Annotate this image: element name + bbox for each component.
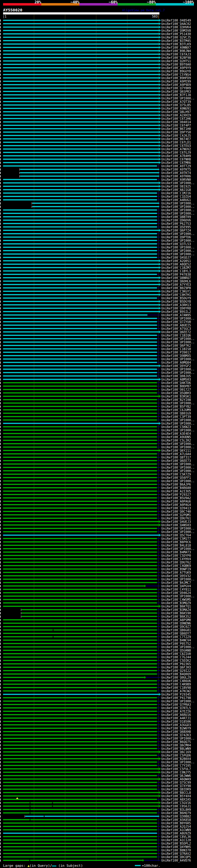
row-left-tick	[0, 226, 1, 228]
hit-label: UniRef100_UPI000..	[161, 578, 195, 581]
hit-label: UniRef100_B5DGY8	[161, 300, 191, 303]
hit-label: UniRef100_UPI000..	[161, 246, 195, 249]
alignment-bar	[3, 189, 159, 190]
row-left-tick	[0, 351, 1, 353]
hit-row: UniRef100_C1DZU4	[0, 195, 197, 198]
alignment-bar	[3, 640, 157, 641]
row-left-tick	[0, 849, 1, 851]
row-left-tick	[0, 724, 1, 726]
row-left-tick	[0, 727, 1, 730]
subject-extends-arrow-icon	[159, 137, 161, 140]
alignment-bar	[3, 582, 157, 583]
alignment-bar	[3, 778, 159, 780]
row-left-tick	[0, 507, 1, 509]
subject-extends-arrow-icon	[159, 117, 161, 120]
hit-row: UniRef100_UPI000..	[0, 527, 197, 530]
subject-tail-line	[159, 169, 160, 170]
hit-label: UniRef100_Q5CT64	[161, 534, 191, 537]
alignment-bar	[3, 345, 157, 346]
row-left-tick	[0, 822, 1, 824]
subject-tail-line	[146, 677, 160, 678]
alignment-bar	[3, 57, 159, 58]
hit-label: UniRef100_UPI000..	[161, 205, 195, 209]
row-left-tick	[0, 243, 1, 245]
hit-row: UniRef100_Q6SPR3	[0, 90, 197, 93]
hit-row: UniRef100_P29345	[0, 693, 197, 696]
alignment-start-tick	[32, 206, 32, 208]
hit-row: UniRef100_Q9BMX5	[0, 354, 197, 358]
hit-row: UniRef100_A9TT29	[0, 164, 197, 168]
hit-label: UniRef100_C5K7Z9	[161, 473, 191, 476]
hit-label: UniRef100_UPI000..	[161, 317, 195, 320]
row-left-tick	[0, 494, 1, 496]
alignment-bar	[3, 656, 157, 658]
subject-tail-line	[157, 498, 160, 498]
subject-tail-line	[157, 504, 160, 505]
hit-row: UniRef100_B9WFI9	[0, 567, 197, 571]
alignment-bar	[3, 792, 159, 793]
subject-extends-arrow-icon	[159, 70, 161, 72]
subject-tail-line	[157, 562, 160, 563]
hit-row: UniRef100_UPI000..	[0, 422, 197, 425]
hit-row: UniRef100_Q9M3V8	[0, 29, 197, 32]
subject-extends-arrow-icon	[159, 84, 161, 86]
hit-row: UniRef100_Q56FF1	[0, 476, 197, 479]
hit-label: UniRef100_Q3TL53	[161, 242, 191, 246]
subject-tail-line	[157, 785, 160, 786]
hit-row: UniRef100_Q6BXH8	[0, 730, 197, 734]
row-left-tick	[0, 487, 1, 489]
alignment-bar	[3, 125, 159, 126]
row-left-tick	[0, 168, 1, 170]
row-left-tick	[0, 710, 1, 713]
subject-extends-arrow-icon	[159, 795, 161, 797]
subject-tail-line	[157, 501, 160, 502]
hit-row: UniRef100_B4JMC7	[0, 581, 197, 584]
hit-row: UniRef100_A8MS03	[0, 378, 197, 381]
row-left-tick	[0, 456, 1, 459]
hit-label: UniRef100_B6T4E7	[161, 137, 191, 141]
row-left-tick	[0, 826, 1, 828]
subject-tail-line	[157, 328, 160, 329]
subject-tail-line	[157, 765, 160, 766]
subject-tail-line	[157, 691, 160, 691]
alignment-bar	[3, 148, 159, 150]
subject-tail-line	[157, 616, 160, 617]
hit-row: UniRef100_Q9NEN6	[0, 622, 197, 625]
subject-tail-line	[157, 179, 160, 180]
subject-tail-line	[157, 630, 160, 630]
hit-row: UniRef100_C4J6J5	[0, 134, 197, 137]
hit-row: UniRef100_B3TLK9	[0, 42, 197, 46]
hit-label: UniRef100_C4J6J5	[161, 134, 191, 137]
row-left-tick	[0, 165, 1, 167]
hit-label: UniRef100_Q7ZYU0	[161, 320, 191, 323]
hit-label: UniRef100_UPI000..	[161, 212, 195, 215]
hit-label: UniRef100_Q4UEJ3	[161, 520, 191, 523]
alignment-bar	[3, 518, 157, 519]
subject-extends-arrow-icon	[159, 29, 161, 32]
row-left-tick	[0, 311, 1, 313]
alignment-bar	[3, 50, 159, 52]
hit-row: UniRef100_A7EZI6	[0, 710, 197, 713]
subject-extends-arrow-icon	[159, 805, 161, 807]
hit-label: UniRef100_A8QE52	[161, 262, 191, 266]
row-left-tick	[0, 670, 1, 672]
hit-label: UniRef100_UPI000..	[161, 418, 195, 422]
subject-extends-arrow-icon	[159, 39, 161, 42]
hit-label: UniRef100_B8P0C6	[161, 540, 191, 544]
alignment-bar	[3, 541, 157, 542]
alignment-bar	[3, 94, 159, 95]
row-left-tick	[0, 409, 1, 411]
subject-extends-arrow-icon	[159, 751, 161, 753]
alignment-bar	[3, 562, 157, 563]
hit-row: UniRef100_UPI000..	[0, 232, 197, 236]
subject-extends-arrow-icon	[159, 188, 161, 191]
alignment-bar	[3, 504, 157, 505]
subject-tail-line	[157, 799, 160, 800]
alignment-bar	[3, 849, 157, 851]
alignment-bar	[3, 298, 157, 299]
hit-row: UniRef100_UPI000..	[0, 202, 197, 205]
alignment-bar	[3, 192, 157, 194]
row-left-tick	[0, 46, 1, 49]
subject-tail-line	[157, 850, 160, 850]
subject-extends-arrow-icon	[159, 802, 161, 804]
